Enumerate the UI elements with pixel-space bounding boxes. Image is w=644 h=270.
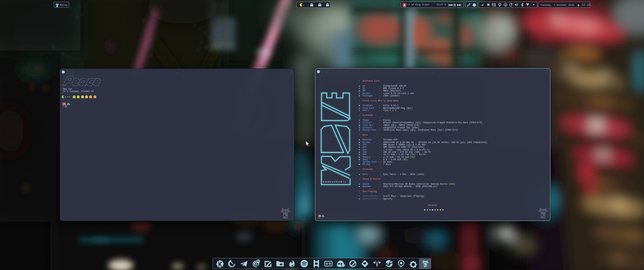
svg-text:~: ~ (70, 103, 72, 106)
svg-text:82: 82 (257, 260, 260, 262)
svg-text:YS: YS (256, 47, 270, 59)
svg-text:~: ~ (325, 215, 326, 218)
svg-text:ENDEAVOUROS: ENDEAVOUROS (323, 181, 347, 183)
